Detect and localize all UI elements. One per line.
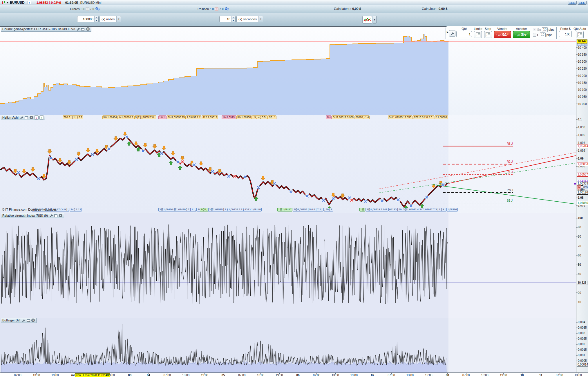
quantity-unit-select[interactable]: (x) unités▼ (99, 16, 121, 22)
time-label: 07:00 (556, 374, 563, 377)
time-label: 19:00 (276, 374, 283, 377)
order-qty-input[interactable] (456, 31, 472, 37)
heikin-ashi-plot[interactable]: R3 JR2 JR1 JPiv JS1 J (0, 115, 576, 213)
trade-chip-group: 3@1,08022 4 347 ,07937 7 3 | 1 | 9 |1,08… (402, 208, 458, 211)
auto-qty-icon: ↓↑ (578, 32, 582, 37)
trade-chip: 37 ; 1 (268, 115, 276, 119)
close-icon[interactable]: × (31, 319, 35, 322)
rsi-plot[interactable] (0, 213, 576, 318)
time-label: 13:00 (33, 374, 40, 377)
window-icon[interactable] (26, 319, 30, 322)
position-status: Position :0 × /0 (198, 7, 230, 11)
time-axis[interactable]: 07:0013:0019:00maiven. 1 mai 2020 11:02:… (0, 373, 588, 378)
wrench-icon[interactable] (21, 319, 25, 322)
close-icon[interactable]: × (59, 214, 63, 218)
trade-chip: 74 ) 2 12 (70, 208, 82, 211)
symbol-dropdown-icon[interactable]: ▼ (7, 2, 9, 4)
cursor-time-label: ven. 1 mai 2020 11:02:40 (75, 373, 110, 377)
order-settings-button[interactable] (449, 30, 455, 37)
info-icon[interactable]: i (28, 1, 31, 4)
gain-jour: Gain Jour :0,00 $ (422, 7, 447, 10)
time-label: 08 (446, 374, 449, 377)
axis-tick: 0,0035 (578, 326, 587, 329)
time-label: 05 (222, 374, 225, 377)
panel-title: Courbe gains&pertes: EUR USD - 10S RSI/B… (2, 27, 75, 31)
spinner-up-icon[interactable]: ▲ (231, 16, 235, 19)
orders-settings-gears-icon[interactable] (95, 7, 100, 11)
trade-chip-group: 790 3 ' | 1 | ) 5 7 (63, 115, 83, 119)
time-label: 07:00 (164, 374, 171, 377)
workspace-grid2-icon[interactable] (578, 1, 587, 5)
chevron-down-icon[interactable]: ▼ (258, 16, 263, 22)
trade-chip-group: 1@3@1,08319 3 84208123 | 50 ) 4 (359, 208, 406, 211)
wrench-icon[interactable] (19, 116, 23, 120)
heikin-ashi-panel-tab: Heikin-Ashi × ↓ ↑ (1, 115, 45, 120)
equity-plot[interactable] (0, 27, 576, 115)
sell-button[interactable]: 1,08348 (494, 31, 511, 38)
l-pips-input[interactable]: 10 (540, 32, 546, 37)
workspace-grid-icon[interactable] (568, 1, 577, 5)
limit-order-button[interactable]: ↓↑ (474, 31, 482, 38)
axis-tick: 10 100 (578, 88, 587, 91)
bollinger-panel-tab: Bollinger Diff × (1, 318, 37, 323)
window-icon[interactable] (81, 27, 85, 31)
play-icon[interactable]: ▶ (447, 31, 448, 33)
buy-button[interactable]: 1,08357 (513, 31, 530, 38)
close-icon[interactable]: × (29, 116, 33, 120)
l-label: L (537, 33, 539, 37)
heikin-ashi-panel: R3 JR2 JR1 JPiv JS1 J Heikin-Ashi × ↓ ↑ … (0, 115, 576, 213)
auto-qty-button[interactable]: ↓↑ (576, 31, 584, 38)
trade-chip-group: 1@1,3@1,09525 | 7 ) 1,09435 3 2 ) 434 ) … (200, 208, 262, 211)
timeframe-unit-select[interactable]: (x) secondes▼ (236, 16, 263, 22)
trade-chip: 1,09437 2 2 (186, 115, 202, 119)
auto-qty-caption: Qté Auto (573, 27, 586, 31)
position-settings-gears-icon[interactable] (225, 7, 230, 11)
axis-tick: 0,002 (578, 343, 585, 346)
chevron-down-icon[interactable]: ▼ (116, 16, 121, 22)
stop-order-button[interactable]: ↑↓ (484, 31, 492, 38)
cancel-orders-icon[interactable]: × (86, 7, 89, 11)
chart-style-button[interactable] (362, 16, 372, 23)
price-badge: 1,08126 (577, 191, 588, 195)
trade-chip: ; 9 ) 4 ) 5 5 ; (252, 115, 268, 119)
loss-input[interactable] (559, 31, 572, 37)
axis-tick: 10 400 (578, 46, 587, 49)
trade-chip: 3@1,08955 | 5 0 8 | 7 2 | (293, 208, 323, 211)
axis-tick: 0,004 (578, 321, 585, 324)
time-label: 19:00 (500, 374, 507, 377)
pips-unit: pips (549, 28, 554, 31)
l-checkbox[interactable]: ✓ (533, 33, 536, 37)
pips-unit: pips (547, 33, 552, 37)
sg-checkbox[interactable]: ✓ (533, 28, 536, 31)
trade-chip: 1@ (326, 115, 332, 119)
close-position-icon[interactable]: × (215, 7, 218, 11)
window-icon[interactable] (54, 214, 58, 218)
window-icon[interactable] (24, 116, 28, 120)
time-label: 07:00 (313, 374, 320, 377)
time-label: 13:00 (406, 374, 414, 377)
sg-pips-input[interactable]: 10 (542, 27, 548, 32)
equity-panel-tab: Courbe gains&pertes: EUR USD - 10S RSI/B… (1, 27, 91, 32)
spinner-up-icon[interactable]: ▲ (95, 16, 98, 19)
time-label: 07 (371, 374, 374, 377)
rsi-value-badge: 30,525 (577, 281, 587, 285)
pivot-label: S1 J (507, 199, 513, 202)
spinner-down-icon[interactable]: ▼ (231, 19, 235, 22)
axis-tick: 10 000 (578, 102, 587, 105)
wrench-icon[interactable] (49, 214, 53, 218)
panel-title: Heikin-Ashi (2, 116, 19, 119)
time-label: 11 (539, 374, 542, 377)
price-axis[interactable]: 10 50010 40010 35010 30010 25010 20010 1… (576, 26, 588, 373)
panel-title: Bollinger Diff (2, 319, 20, 322)
close-icon[interactable]: × (86, 27, 90, 31)
quantity-input[interactable] (77, 16, 94, 22)
wrench-icon[interactable] (76, 27, 80, 31)
timeframe-input[interactable] (220, 16, 231, 22)
spinner-down-icon[interactable]: ▼ (95, 19, 98, 22)
bollinger-plot[interactable] (0, 318, 576, 372)
chevron-down-icon[interactable]: ▼ (373, 16, 377, 23)
sell-marker-icon[interactable]: ↓ (34, 115, 39, 120)
time-label: 13:00 (481, 374, 488, 377)
time-label: 04 (147, 374, 150, 377)
buy-marker-icon[interactable]: ↑ (39, 115, 44, 120)
